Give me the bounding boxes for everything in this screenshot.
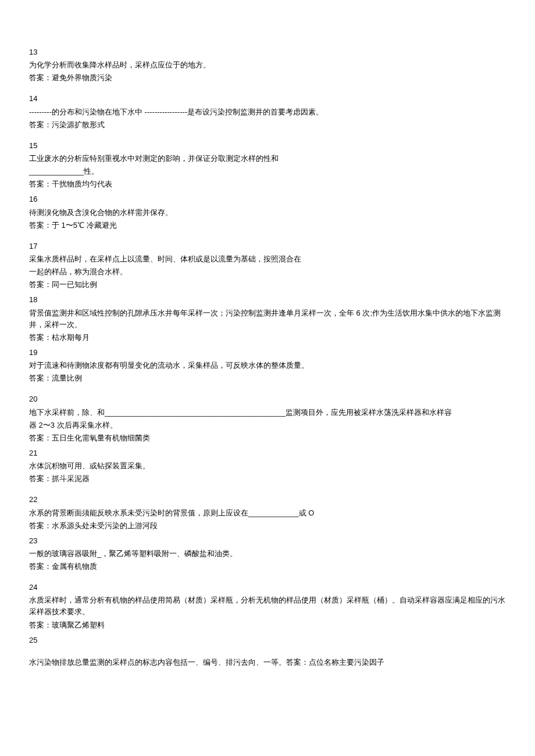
qa-item-24: 24 水质采样时，通常分析有机物的样品使用简易（材质）采样瓶，分析无机物的样品使… (29, 582, 506, 631)
answer-text: 答案：避免外界物质污染 (29, 72, 506, 84)
answer-text: 答案：玻璃聚乙烯塑料 (29, 619, 506, 631)
question-text: 水系的背景断面须能反映水系未受污染时的背景值，原则上应设在___________… (29, 507, 506, 519)
qa-item-21: 21 水体沉积物可用、或钻探装置采集。 答案：抓斗采泥器 (29, 447, 506, 485)
question-number: 18 (29, 294, 506, 306)
question-text: 地下水采样前，除、和______________________________… (29, 407, 506, 418)
question-text: 对于流速和待测物浓度都有明显变化的流动水，采集样品，可反映水体的整体质量。 (29, 360, 506, 371)
qa-item-22: 22 水系的背景断面须能反映水系未受污染时的背景值，原则上应设在________… (29, 494, 506, 531)
answer-text: 答案：五日生化需氧量有机物细菌类 (29, 432, 506, 444)
question-text: 采集水质样品时，在采样点上以流量、时间、体积或是以流量为基础，按照混合在 (29, 253, 506, 265)
question-text: 一般的玻璃容器吸附_，聚乙烯等塑料吸附一、磷酸盐和油类。 (29, 548, 506, 560)
answer-text: 答案：枯水期每月 (29, 332, 506, 343)
answer-text: 答案：抓斗采泥器 (29, 473, 506, 485)
question-number: 25 (29, 635, 506, 646)
question-number: 17 (29, 241, 506, 252)
blank-line (29, 647, 506, 655)
answer-text: 答案：污染源扩散形式 (29, 119, 506, 131)
question-number: 14 (29, 93, 506, 105)
answer-text: 答案：于 1〜5℃ 冷藏避光 (29, 220, 506, 231)
question-text: 背景值监测井和区域性控制的孔隙承压水井每年采样一次；污染控制监测井逢单月采样一次… (29, 307, 506, 331)
question-number: 13 (29, 46, 506, 58)
question-text: ---------的分布和污染物在地下水中 -----------------是… (29, 106, 506, 118)
question-text: _____________性。 (29, 166, 506, 177)
qa-item-17: 17 采集水质样品时，在采样点上以流量、时间、体积或是以流量为基础，按照混合在 … (29, 241, 506, 291)
question-text: 一起的样品，称为混合水样。 (29, 266, 506, 278)
question-number: 22 (29, 494, 506, 506)
question-number: 20 (29, 393, 506, 405)
question-text: 水体沉积物可用、或钻探装置采集。 (29, 460, 506, 472)
qa-item-14: 14 ---------的分布和污染物在地下水中 ---------------… (29, 93, 506, 130)
question-text: 水质采样时，通常分析有机物的样品使用简易（材质）采样瓶，分析无机物的样品使用（材… (29, 594, 506, 618)
question-text: 待测溴化物及含溴化合物的水样需并保存。 (29, 207, 506, 218)
question-number: 24 (29, 582, 506, 593)
answer-text: 答案：金属有机物质 (29, 561, 506, 572)
qa-item-23: 23 一般的玻璃容器吸附_，聚乙烯等塑料吸附一、磷酸盐和油类。 答案：金属有机物… (29, 535, 506, 572)
answer-text: 答案：流量比例 (29, 372, 506, 384)
question-text: 为化学分析而收集降水样品时，采样点应位于的地方。 (29, 59, 506, 71)
qa-item-25: 25 水污染物排放总量监测的采样点的标志内容包括一、编号、排污去向、一等。答案：… (29, 635, 506, 668)
answer-text: 答案：同一已知比例 (29, 279, 506, 291)
qa-item-15: 15 工业废水的分析应特别重视水中对测定的影响，并保证分取测定水样的性和 ___… (29, 140, 506, 191)
qa-item-19: 19 对于流速和待测物浓度都有明显变化的流动水，采集样品，可反映水体的整体质量。… (29, 347, 506, 384)
question-number: 15 (29, 140, 506, 152)
question-number: 23 (29, 535, 506, 547)
question-text: 器 2〜3 次后再采集水样。 (29, 420, 506, 431)
document-page: 13 为化学分析而收集降水样品时，采样点应位于的地方。 答案：避免外界物质污染 … (0, 0, 535, 756)
answer-text: 答案：水系源头处未受污染的上游河段 (29, 520, 506, 532)
question-number: 19 (29, 347, 506, 359)
qa-item-13: 13 为化学分析而收集降水样品时，采样点应位于的地方。 答案：避免外界物质污染 (29, 46, 506, 84)
question-number: 21 (29, 447, 506, 459)
qa-item-18: 18 背景值监测井和区域性控制的孔隙承压水井每年采样一次；污染控制监测井逢单月采… (29, 294, 506, 343)
answer-text: 答案：干扰物质均匀代表 (29, 178, 506, 190)
qa-item-16: 16 待测溴化物及含溴化合物的水样需并保存。 答案：于 1〜5℃ 冷藏避光 (29, 194, 506, 231)
question-number: 16 (29, 194, 506, 205)
question-text: 水污染物排放总量监测的采样点的标志内容包括一、编号、排污去向、一等。答案：点位名… (29, 657, 506, 668)
qa-item-20: 20 地下水采样前，除、和___________________________… (29, 393, 506, 444)
question-text: 工业废水的分析应特别重视水中对测定的影响，并保证分取测定水样的性和 (29, 153, 506, 164)
